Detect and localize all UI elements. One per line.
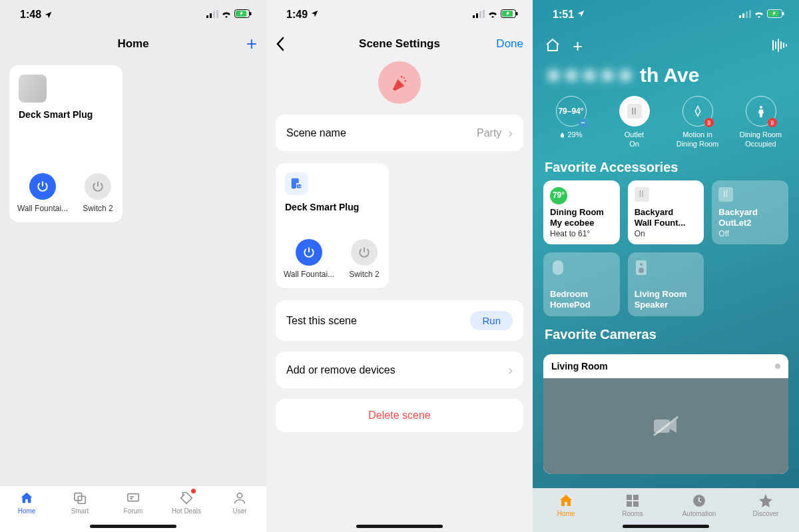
accessory-outlet2[interactable]: || BackyardOutLet2Off bbox=[712, 180, 788, 244]
switch-wall-fountain[interactable]: Wall Fountai... bbox=[19, 173, 67, 213]
accessory-homepod[interactable]: BedroomHomePod bbox=[543, 252, 620, 316]
broadcast-icon-button[interactable] bbox=[771, 38, 787, 55]
chevron-right-icon: › bbox=[508, 362, 513, 378]
cellular-icon bbox=[206, 9, 218, 21]
chevron-right-icon: › bbox=[508, 125, 513, 140]
nav-bar: Scene Settings Done bbox=[266, 29, 533, 59]
favorite-accessories-header: Favorite Accessories bbox=[533, 156, 799, 180]
svg-point-10 bbox=[183, 494, 184, 495]
tab-smart[interactable]: Smart bbox=[60, 490, 100, 515]
row-label: Scene name bbox=[286, 127, 346, 139]
tag-icon bbox=[178, 490, 194, 506]
switch-label: Wall Fountai... bbox=[284, 270, 334, 279]
run-button[interactable]: Run bbox=[470, 311, 513, 330]
camera-status-dot bbox=[775, 364, 780, 369]
scene-icon[interactable] bbox=[378, 61, 421, 104]
smart-icon bbox=[72, 490, 88, 506]
cellular-icon bbox=[473, 9, 485, 21]
switch-label: Switch 2 bbox=[349, 270, 379, 279]
home-indicator[interactable] bbox=[90, 525, 176, 528]
accessory-wall-fountain[interactable]: || BackyardWall Fount...On bbox=[628, 180, 704, 244]
status-motion[interactable]: Motion in Dining Room bbox=[670, 96, 726, 149]
device-card[interactable]: Deck Smart Plug Wall Fountai... Switch 2 bbox=[276, 163, 389, 288]
row-label: Add or remove devices bbox=[286, 364, 396, 376]
svg-point-21 bbox=[300, 186, 301, 187]
add-remove-devices-row[interactable]: Add or remove devices › bbox=[276, 352, 523, 388]
status-climate[interactable]: 79–94°− 29% bbox=[543, 96, 599, 149]
done-button[interactable]: Done bbox=[496, 29, 523, 59]
delete-scene-button[interactable]: Delete scene bbox=[276, 399, 523, 432]
location-icon bbox=[577, 9, 585, 21]
humidity-icon bbox=[559, 131, 565, 138]
nav-bar: Home + bbox=[0, 29, 266, 59]
tab-home[interactable]: Home bbox=[546, 493, 586, 532]
tab-hot-deals[interactable]: Hot Deals bbox=[166, 490, 206, 515]
wifi-icon bbox=[487, 9, 498, 21]
svg-rect-25 bbox=[749, 10, 751, 18]
tab-discover[interactable]: Discover bbox=[746, 493, 786, 532]
svg-rect-15 bbox=[483, 10, 485, 18]
wifi-icon bbox=[754, 9, 764, 21]
camera-card[interactable]: Living Room bbox=[543, 354, 788, 474]
svg-rect-37 bbox=[633, 495, 639, 500]
forum-icon bbox=[125, 490, 141, 506]
home-icon-button[interactable] bbox=[545, 37, 561, 56]
status-outlet[interactable]: || Outlet On bbox=[607, 96, 663, 149]
switch-2[interactable]: Switch 2 bbox=[349, 239, 380, 279]
accessory-ecobee[interactable]: 79° Dining RoomMy ecobeeHeat to 61° bbox=[543, 180, 620, 244]
svg-rect-18 bbox=[516, 12, 518, 15]
add-button[interactable]: + bbox=[246, 29, 257, 59]
wifi-icon bbox=[221, 9, 232, 21]
home-icon bbox=[19, 490, 35, 506]
home-toolbar: + bbox=[533, 29, 799, 63]
tab-home[interactable]: Home bbox=[7, 490, 47, 515]
page-title: Scene Settings bbox=[359, 37, 440, 51]
svg-rect-28 bbox=[782, 12, 784, 15]
outlet-icon: || bbox=[718, 187, 733, 202]
scene-name-value: Party bbox=[477, 127, 501, 139]
status-occupancy[interactable]: Dining Room Occupied bbox=[733, 96, 789, 149]
accessory-speaker[interactable]: Living RoomSpeaker bbox=[628, 252, 704, 316]
svg-rect-30 bbox=[553, 260, 563, 275]
tab-forum[interactable]: Forum bbox=[113, 490, 153, 515]
status-bar: 1:49 bbox=[266, 0, 533, 29]
status-bar: 1:48 bbox=[0, 0, 266, 29]
back-button[interactable] bbox=[276, 29, 285, 59]
motion-circle bbox=[682, 96, 713, 127]
minus-badge: − bbox=[579, 119, 588, 128]
favorite-cameras-header: Favorite Cameras bbox=[533, 323, 799, 348]
screen-smart-home-app: 1:48 Home + Deck bbox=[0, 0, 266, 532]
status-time: 1:49 bbox=[286, 9, 308, 21]
plug-icon bbox=[285, 172, 308, 195]
switch-wall-fountain[interactable]: Wall Fountai... bbox=[285, 239, 333, 279]
device-name: Deck Smart Plug bbox=[19, 109, 113, 173]
switch-2[interactable]: Switch 2 bbox=[83, 173, 113, 213]
temp-badge: 79° bbox=[550, 187, 567, 204]
screen-apple-home: 1:51 + ★★★★★ th Ave 79–94°− 29% bbox=[533, 0, 799, 532]
star-icon bbox=[758, 493, 774, 509]
tab-user[interactable]: User bbox=[220, 490, 260, 515]
scene-name-row[interactable]: Scene name Party › bbox=[276, 115, 523, 151]
clock-icon bbox=[691, 493, 707, 509]
badge-dot bbox=[191, 489, 196, 493]
home-status-row: 79–94°− 29% || Outlet On Motion in Dinin… bbox=[533, 93, 799, 156]
svg-rect-13 bbox=[476, 13, 478, 18]
battery-icon bbox=[234, 9, 252, 21]
add-button[interactable]: + bbox=[573, 36, 583, 57]
home-name: ★★★★★ th Ave bbox=[533, 63, 799, 93]
power-icon bbox=[85, 173, 111, 200]
alert-badge bbox=[768, 118, 777, 127]
power-icon bbox=[351, 239, 378, 266]
outlet-icon: || bbox=[635, 187, 649, 202]
battery-icon bbox=[767, 9, 784, 21]
row-label: Test this scene bbox=[286, 315, 357, 327]
svg-rect-36 bbox=[627, 495, 632, 500]
camera-off-view bbox=[543, 378, 788, 474]
location-icon bbox=[44, 11, 53, 19]
homepod-icon bbox=[550, 259, 613, 279]
device-card[interactable]: Deck Smart Plug Wall Fountai... Switch 2 bbox=[9, 65, 123, 222]
rooms-icon bbox=[625, 493, 641, 509]
home-indicator[interactable] bbox=[356, 525, 443, 528]
home-indicator[interactable] bbox=[623, 525, 709, 528]
svg-rect-1 bbox=[210, 13, 212, 18]
